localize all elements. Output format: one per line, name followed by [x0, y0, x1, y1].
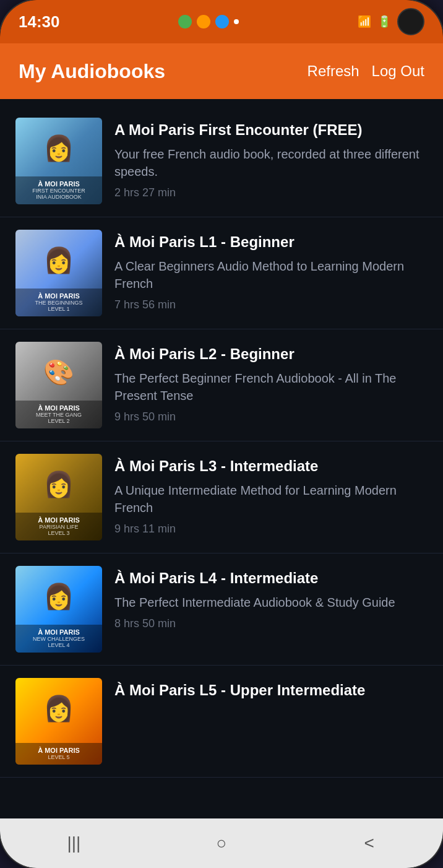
book-duration-5: 8 hrs 50 min — [114, 617, 428, 630]
book-duration-4: 9 hrs 11 min — [114, 523, 428, 536]
cover-subtitle-6: LEVEL 5 — [19, 755, 98, 761]
home-nav-button[interactable]: ○ — [203, 831, 240, 856]
battery-icon: 🔋 — [377, 15, 391, 28]
cover-extra-4: LEVEL 3 — [19, 531, 98, 537]
book-item-1[interactable]: 👩À MOI PARISFIRST ENCOUNTERINIA AUDIOBOO… — [0, 105, 443, 217]
book-title-6: À Moi Paris L5 - Upper Intermediate — [114, 680, 428, 700]
app-title: My Audiobooks — [19, 60, 165, 83]
book-duration-1: 2 hrs 27 min — [114, 186, 428, 199]
phone-inner: 14:30 📶 🔋 My Audiobooks Refresh Log Out — [0, 0, 443, 868]
cover-art-6: 👩 — [15, 678, 102, 739]
book-info-1: A Moi Paris First Encounter (FREE)Your f… — [114, 118, 428, 199]
book-title-1: A Moi Paris First Encounter (FREE) — [114, 120, 428, 139]
book-cover-2: 👩À MOI PARISTHE BEGINNINGSLEVEL 1 — [15, 230, 102, 316]
book-info-2: À Moi Paris L1 - BeginnerA Clear Beginne… — [114, 230, 428, 311]
header-actions: Refresh Log Out — [308, 63, 424, 80]
status-bar: 14:30 📶 🔋 — [0, 0, 443, 43]
book-info-5: À Moi Paris L4 - IntermediateThe Perfect… — [114, 566, 428, 630]
book-item-3[interactable]: 🎨À MOI PARISMEET THE GANGLEVEL 2À Moi Pa… — [0, 329, 443, 441]
book-item-6[interactable]: 👩À MOI PARISLEVEL 5À Moi Paris L5 - Uppe… — [0, 666, 443, 778]
book-title-3: À Moi Paris L2 - Beginner — [114, 344, 428, 363]
phone-shell: 14:30 📶 🔋 My Audiobooks Refresh Log Out — [0, 0, 443, 868]
book-item-4[interactable]: 👩À MOI PARISPARISIAN LIFELEVEL 3À Moi Pa… — [0, 441, 443, 553]
wifi-icon: 📶 — [358, 15, 371, 28]
book-title-2: À Moi Paris L1 - Beginner — [114, 232, 428, 251]
location-icon — [197, 15, 210, 28]
dot-icon — [234, 19, 239, 24]
book-desc-4: A Unique Intermediate Method for Learnin… — [114, 482, 428, 516]
app-header: My Audiobooks Refresh Log Out — [0, 43, 443, 99]
book-desc-5: The Perfect Intermediate Audiobook & Stu… — [114, 594, 428, 611]
cover-text-5: À MOI PARISNEW CHALLENGESLEVEL 4 — [15, 625, 102, 653]
book-info-4: À Moi Paris L3 - IntermediateA Unique In… — [114, 454, 428, 536]
book-item-2[interactable]: 👩À MOI PARISTHE BEGINNINGSLEVEL 1À Moi P… — [0, 217, 443, 329]
book-title-4: À Moi Paris L3 - Intermediate — [114, 456, 428, 475]
book-desc-3: The Perfect Beginner French Audiobook - … — [114, 370, 428, 404]
book-info-6: À Moi Paris L5 - Upper Intermediate — [114, 678, 428, 706]
book-desc-2: A Clear Beginners Audio Method to Learni… — [114, 258, 428, 292]
book-info-3: À Moi Paris L2 - BeginnerThe Perfect Beg… — [114, 342, 428, 423]
book-title-5: À Moi Paris L4 - Intermediate — [114, 568, 428, 588]
cover-art-5: 👩 — [15, 566, 102, 627]
status-icons-right: 📶 🔋 — [358, 8, 424, 35]
cover-art-1: 👩 — [15, 118, 102, 178]
refresh-button[interactable]: Refresh — [308, 63, 359, 80]
book-item-5[interactable]: 👩À MOI PARISNEW CHALLENGESLEVEL 4À Moi P… — [0, 553, 443, 666]
book-duration-3: 9 hrs 50 min — [114, 410, 428, 423]
audiobooks-list: 👩À MOI PARISFIRST ENCOUNTERINIA AUDIOBOO… — [0, 99, 443, 818]
back-nav-button[interactable]: < — [351, 831, 388, 856]
book-desc-1: Your free French audio book, recorded at… — [114, 145, 428, 180]
camera-button[interactable] — [397, 8, 424, 35]
cover-text-4: À MOI PARISPARISIAN LIFELEVEL 3 — [15, 513, 102, 540]
menu-nav-button[interactable]: ||| — [55, 831, 92, 856]
book-cover-5: 👩À MOI PARISNEW CHALLENGESLEVEL 4 — [15, 566, 102, 653]
cover-text-2: À MOI PARISTHE BEGINNINGSLEVEL 1 — [15, 289, 102, 316]
cover-art-3: 🎨 — [15, 342, 102, 402]
book-cover-3: 🎨À MOI PARISMEET THE GANGLEVEL 2 — [15, 342, 102, 428]
cover-extra-1: INIA AUDIOBOOK — [19, 194, 98, 201]
android-icon — [178, 15, 192, 28]
cover-text-3: À MOI PARISMEET THE GANGLEVEL 2 — [15, 401, 102, 428]
cover-extra-3: LEVEL 2 — [19, 419, 98, 425]
book-duration-2: 7 hrs 56 min — [114, 298, 428, 311]
book-cover-4: 👩À MOI PARISPARISIAN LIFELEVEL 3 — [15, 454, 102, 540]
cover-art-2: 👩 — [15, 230, 102, 290]
book-cover-6: 👩À MOI PARISLEVEL 5 — [15, 678, 102, 765]
status-time: 14:30 — [19, 12, 60, 32]
cover-extra-5: LEVEL 4 — [19, 643, 98, 649]
book-cover-1: 👩À MOI PARISFIRST ENCOUNTERINIA AUDIOBOO… — [15, 118, 102, 204]
status-icons-left — [178, 15, 239, 28]
cover-art-4: 👩 — [15, 454, 102, 514]
firefox-icon — [215, 15, 229, 28]
cover-text-1: À MOI PARISFIRST ENCOUNTERINIA AUDIOBOOK — [15, 176, 102, 204]
logout-button[interactable]: Log Out — [372, 63, 424, 80]
cover-text-6: À MOI PARISLEVEL 5 — [15, 743, 102, 765]
bottom-nav: ||| ○ < — [0, 818, 443, 868]
cover-extra-2: LEVEL 1 — [19, 306, 98, 313]
